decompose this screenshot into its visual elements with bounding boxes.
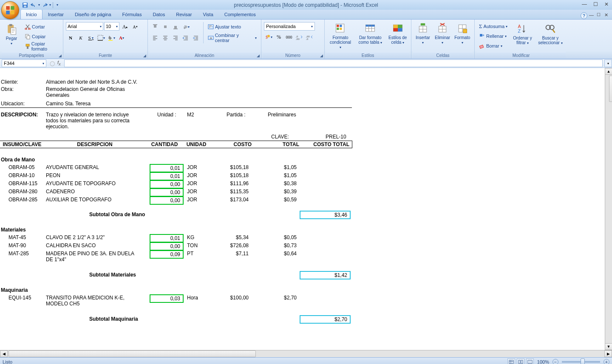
vertical-scrollbar[interactable]: ▲ ▼	[605, 68, 612, 350]
align-left-button[interactable]	[150, 33, 160, 42]
orientation-button[interactable]: ab▾	[181, 22, 190, 31]
ribbon-minimize-button[interactable]: —	[589, 12, 595, 19]
formula-bar-expand[interactable]: ▾	[604, 59, 612, 67]
mat-cant-0[interactable]: 0,01	[150, 234, 184, 243]
autosum-button[interactable]: ΣAutosuma ▾	[477, 22, 509, 31]
mat-cant-1[interactable]: 0,00	[150, 242, 184, 251]
horizontal-scroll-thumb[interactable]	[8, 350, 256, 357]
format-painter-button[interactable]: Copiar formato	[23, 42, 61, 51]
decrease-font-button[interactable]: A▾	[130, 22, 140, 31]
sort-filter-button[interactable]: AZOrdenar y filtrar ▾	[511, 22, 534, 47]
tab-datos[interactable]: Datos	[147, 9, 170, 19]
number-format-selector[interactable]: Personalizada▾	[264, 22, 315, 31]
scroll-up-button[interactable]: ▲	[605, 68, 612, 75]
align-center-button[interactable]	[161, 33, 170, 42]
ribbon-close-button[interactable]: ✕	[604, 12, 610, 19]
cell-styles-button[interactable]: Estilos de celda ▾	[386, 21, 409, 46]
tab-formulas[interactable]: Fórmulas	[117, 9, 147, 19]
wrap-text-button[interactable]: Ajustar texto	[206, 22, 258, 31]
redo-button[interactable]	[41, 1, 48, 9]
decrease-indent-button[interactable]	[181, 33, 190, 42]
fill-color-button[interactable]: ▾	[107, 33, 116, 42]
maq-cant-0[interactable]: 0,03	[150, 294, 184, 303]
cut-button[interactable]: Cortar	[23, 22, 61, 31]
paste-button[interactable]: Pegar▾	[2, 22, 21, 47]
minimize-button[interactable]: —	[581, 1, 588, 8]
tab-complementos[interactable]: Complementos	[219, 9, 261, 19]
scroll-right-button[interactable]: ▶	[604, 350, 612, 357]
horizontal-scrollbar[interactable]: ◀ ▶	[0, 350, 612, 357]
font-size-selector[interactable]: 10▾	[104, 22, 119, 31]
fx-cancel[interactable]: ◯	[50, 61, 55, 66]
zoom-level[interactable]: 100%	[537, 359, 549, 364]
delete-cells-button[interactable]: Eliminar▾	[433, 21, 452, 46]
zoom-out-button[interactable]: −	[552, 359, 558, 364]
comma-button[interactable]: 000	[284, 32, 294, 42]
name-box[interactable]: F344▾	[2, 59, 46, 67]
worksheet-area[interactable]: Cliente: Almacen del Norte del Norte S.A…	[0, 68, 605, 350]
scroll-down-button[interactable]: ▼	[605, 343, 612, 350]
mat-clave-0: MAT-45	[8, 234, 26, 240]
view-normal-button[interactable]	[507, 358, 515, 364]
clear-button[interactable]: Borrar ▾	[477, 41, 509, 51]
save-button[interactable]	[21, 1, 29, 9]
ribbon-restore-button[interactable]: ☐	[597, 12, 603, 19]
align-middle-button[interactable]	[161, 22, 170, 31]
fx-label[interactable]: fx	[57, 60, 61, 66]
obra-cant-0[interactable]: 0,01	[150, 164, 184, 172]
maximize-button[interactable]: ☐	[592, 1, 599, 8]
font-color-button[interactable]: A▾	[117, 33, 126, 42]
conditional-format-button[interactable]: Formato condicional ▾	[326, 21, 354, 51]
qat-customize[interactable]: ▾	[57, 3, 58, 7]
fill-button[interactable]: Rellenar ▾	[477, 31, 509, 41]
mat-cant-2[interactable]: 0,09	[150, 250, 184, 259]
currency-button[interactable]: $▾	[264, 32, 273, 42]
tab-insertar[interactable]: Insertar	[42, 9, 69, 19]
redo-dropdown[interactable]: ▾	[49, 3, 51, 7]
view-pagebreak-button[interactable]	[526, 358, 534, 364]
percent-button[interactable]: %	[274, 32, 283, 42]
increase-decimal-button[interactable]: ,0,00	[295, 32, 304, 42]
increase-font-button[interactable]: A▴	[120, 22, 130, 31]
font-launcher[interactable]: ◢	[143, 54, 146, 58]
formula-bar[interactable]	[64, 59, 603, 67]
tab-inicio[interactable]: Inicio	[20, 9, 42, 19]
font-name-selector[interactable]: Arial▾	[66, 22, 103, 31]
format-table-button[interactable]: Dar formato como tabla ▾	[354, 21, 386, 46]
format-cells-button[interactable]: Formato▾	[452, 21, 472, 46]
help-button[interactable]: ?	[581, 12, 587, 19]
align-top-button[interactable]	[150, 22, 160, 31]
obra-cant-1[interactable]: 0,01	[150, 172, 184, 181]
italic-button[interactable]: K	[76, 33, 85, 42]
bold-button[interactable]: N	[66, 33, 75, 42]
view-layout-button[interactable]	[517, 358, 524, 364]
alignment-launcher[interactable]: ◢	[257, 54, 260, 58]
decrease-decimal-button[interactable]: ,00,0	[305, 32, 314, 42]
undo-button[interactable]	[30, 1, 37, 9]
border-button[interactable]: ▾	[96, 33, 106, 42]
close-button[interactable]: ✕	[603, 1, 610, 8]
tab-diseno[interactable]: Diseño de página	[69, 9, 117, 19]
zoom-thumb[interactable]	[581, 358, 585, 364]
underline-button[interactable]: S ▾	[86, 33, 96, 42]
insert-cells-button[interactable]: Insertar▾	[413, 21, 433, 46]
obra-cant-4[interactable]: 0,00	[150, 196, 184, 205]
tab-vista[interactable]: Vista	[198, 9, 219, 19]
obra-cant-3[interactable]: 0,00	[150, 188, 184, 197]
zoom-in-button[interactable]: +	[604, 359, 609, 364]
scroll-left-button[interactable]: ◀	[0, 350, 8, 357]
obra-cant-2[interactable]: 0,00	[150, 180, 184, 189]
align-right-button[interactable]	[171, 33, 180, 42]
tab-revisar[interactable]: Revisar	[170, 9, 197, 19]
vertical-scroll-thumb[interactable]	[609, 76, 612, 102]
find-select-button[interactable]: Buscar y seleccionar ▾	[536, 22, 565, 47]
number-launcher[interactable]: ◢	[320, 54, 323, 58]
undo-dropdown[interactable]: ▾	[38, 3, 40, 7]
increase-indent-button[interactable]	[191, 33, 201, 42]
copy-button[interactable]: Copiar	[23, 32, 61, 41]
office-button[interactable]	[1, 1, 19, 19]
merge-center-button[interactable]: aCombinar y centrar ▾	[206, 33, 258, 42]
zoom-slider[interactable]	[562, 361, 600, 363]
align-bottom-button[interactable]	[171, 22, 180, 31]
clipboard-launcher[interactable]: ◢	[59, 54, 62, 58]
